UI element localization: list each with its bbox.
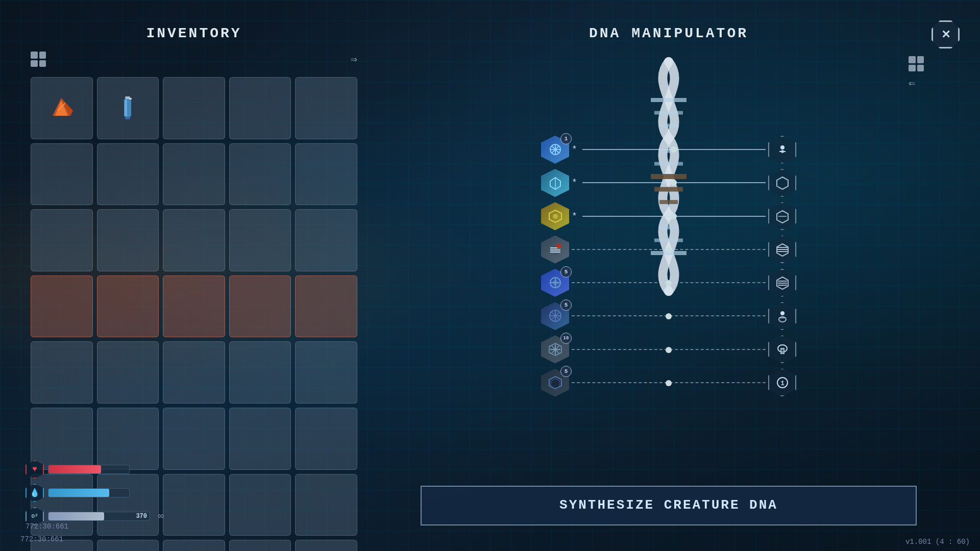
inventory-slot-17[interactable] (163, 276, 225, 338)
inventory-slot-2[interactable] (163, 77, 225, 139)
inventory-slot-14[interactable] (295, 209, 357, 271)
version-display: v1.001 (4 : 60) (905, 538, 970, 546)
dna-badge-6: 5 (560, 299, 572, 311)
close-button[interactable]: ✕ (932, 20, 960, 48)
inventory-slot-12[interactable] (163, 209, 225, 271)
dna-node-right-7[interactable] (768, 335, 796, 363)
inventory-title: Inventory (26, 26, 362, 41)
grid-cell (39, 60, 46, 67)
svg-point-27 (780, 145, 785, 149)
dna-node-right-8[interactable]: 1 (768, 368, 796, 396)
inventory-slot-5[interactable] (31, 143, 93, 206)
water-bar-row: 💧 (26, 484, 164, 502)
dna-badge-8: 5 (560, 366, 572, 377)
water-icon: 💧 (26, 484, 44, 502)
health-icon: ♥ (26, 460, 44, 479)
dna-node-left-4[interactable] (541, 235, 569, 263)
inventory-slot-18[interactable] (229, 276, 291, 338)
connector-2 (582, 182, 766, 183)
health-bar-row: ♥ (26, 460, 164, 479)
inventory-slot-22[interactable] (163, 341, 225, 404)
dna-manipulator-area: 1 * * (393, 57, 944, 475)
dna-node-left-8[interactable]: 5 (541, 368, 569, 396)
o2-bar: 370 (48, 512, 150, 521)
inventory-slot-9[interactable] (295, 143, 357, 206)
inventory-slot-20[interactable] (31, 341, 93, 404)
inventory-slot-23[interactable] (229, 341, 291, 404)
dna-node-right-1[interactable] (768, 136, 796, 164)
svg-marker-35 (777, 211, 788, 223)
dna-node-right-2[interactable] (768, 169, 796, 197)
status-bars: ♥ 💧 O² 370 (26, 460, 164, 525)
inventory-slot-16[interactable] (97, 276, 159, 338)
asterisk-1: * (572, 144, 577, 155)
water-bar (48, 488, 130, 497)
dna-node-left-2[interactable] (541, 169, 569, 197)
inventory-slot-39[interactable] (295, 540, 357, 551)
dna-hex-crystal-2[interactable] (541, 169, 569, 197)
main-panel: Inventory ⇒ (15, 15, 965, 536)
dna-row-5: 5 (541, 267, 796, 299)
inventory-slot-0[interactable] (31, 77, 93, 139)
inventory-slot-10[interactable] (31, 209, 93, 271)
timer-display: 772:30:661 (26, 522, 68, 531)
inventory-slot-33[interactable] (229, 474, 291, 536)
inventory-slot-27[interactable] (163, 408, 225, 470)
dna-hex-yellow-3[interactable] (541, 202, 569, 230)
dna-node-left-7[interactable]: 10 (541, 335, 569, 363)
inventory-slot-36[interactable] (97, 540, 159, 551)
dna-node-left-3[interactable] (541, 202, 569, 230)
dna-node-left-6[interactable]: 5 (541, 302, 569, 330)
dna-node-right-5[interactable] (768, 269, 796, 297)
connector-6 (572, 315, 766, 316)
dna-node-right-6[interactable] (768, 302, 796, 330)
dna-row-8: 5 1 (541, 366, 796, 398)
inventory-slot-3[interactable] (229, 77, 291, 139)
inventory-slot-15[interactable] (31, 276, 93, 338)
export-arrow-icon[interactable]: ⇒ (351, 53, 357, 66)
inventory-slot-4[interactable] (295, 77, 357, 139)
inventory-slot-11[interactable] (97, 209, 159, 271)
connector-8 (572, 382, 766, 383)
o2-value: 370 (136, 513, 147, 520)
o2-bar-fill (48, 512, 104, 520)
dna-row-1: 1 * (541, 134, 796, 166)
inventory-slot-34[interactable] (295, 474, 357, 536)
inventory-slot-21[interactable] (97, 341, 159, 404)
connector-4 (572, 249, 766, 250)
inventory-slot-19[interactable] (295, 276, 357, 338)
dna-node-left-1[interactable]: 1 (541, 136, 569, 164)
dna-rows-container: 1 * * (541, 134, 796, 399)
dna-row-2: * (541, 167, 796, 199)
health-bar (48, 465, 130, 474)
inventory-controls: ⇒ (26, 52, 362, 67)
inventory-slot-29[interactable] (295, 408, 357, 470)
inventory-slot-7[interactable] (163, 143, 225, 206)
grid-view-icon[interactable] (31, 52, 46, 67)
connector-3 (582, 216, 766, 217)
svg-point-60 (780, 311, 785, 315)
synthesize-button[interactable]: Synthesize Creature DNA (421, 486, 917, 525)
dna-hex-striped-4[interactable] (541, 235, 569, 263)
svg-point-70 (781, 348, 784, 350)
inventory-slot-37[interactable] (163, 540, 225, 551)
inventory-slot-1[interactable] (97, 77, 159, 139)
inventory-slot-6[interactable] (97, 143, 159, 206)
inventory-slot-13[interactable] (229, 209, 291, 271)
inventory-slot-8[interactable] (229, 143, 291, 206)
inventory-slot-28[interactable] (229, 408, 291, 470)
game-timer: 772:30:661 (20, 535, 63, 543)
timer-value-display: 772:30:661 (20, 535, 63, 543)
dna-node-right-3[interactable] (768, 202, 796, 230)
inventory-slot-32[interactable] (163, 474, 225, 536)
svg-point-41 (556, 243, 561, 248)
dna-badge-1: 1 (560, 133, 572, 144)
grid-cell (31, 52, 38, 59)
inventory-slot-24[interactable] (295, 341, 357, 404)
dna-node-left-5[interactable]: 5 (541, 269, 569, 297)
inventory-section: Inventory ⇒ (15, 15, 373, 536)
dna-node-right-4[interactable] (768, 235, 796, 263)
svg-marker-32 (777, 177, 788, 189)
inventory-slot-38[interactable] (229, 540, 291, 551)
grid-cell (39, 52, 46, 59)
